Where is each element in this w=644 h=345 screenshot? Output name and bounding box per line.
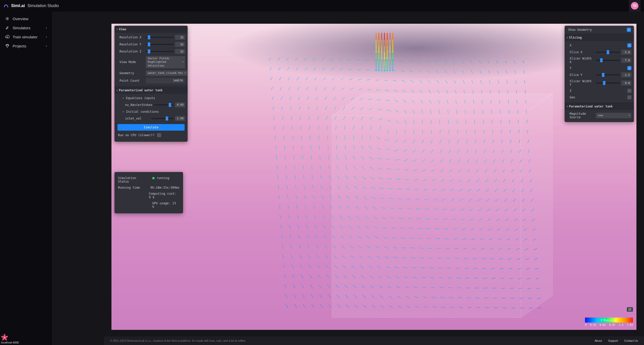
svg-line-183 — [341, 88, 344, 90]
svg-line-717 — [300, 265, 302, 268]
value-slice-x[interactable]: 5.0 — [621, 50, 631, 55]
svg-line-566 — [288, 215, 290, 219]
svg-line-176 — [280, 87, 282, 90]
section-view-header[interactable]: ▾ View — [114, 26, 188, 33]
slider-inlet[interactable] — [151, 118, 173, 119]
row-slice-x: Slice X 5.0 — [566, 49, 633, 56]
checkbox-show-geometry[interactable] — [627, 28, 631, 32]
value-res-z[interactable]: 32 — [175, 49, 185, 54]
footer-link-support[interactable]: Support — [608, 339, 618, 342]
grid-toggle-button[interactable] — [627, 307, 633, 312]
checkbox-z[interactable] — [627, 89, 631, 93]
slider-slice-x[interactable] — [596, 52, 620, 53]
brand-subtitle: Simulation Studio — [27, 4, 59, 8]
panel-view: ▾ View Resolution X 32 Resolution Y 32 — [114, 26, 188, 142]
slider-nu[interactable] — [154, 104, 173, 105]
row-mag-src: Magnitude Source uvw ▾ — [566, 111, 633, 120]
svg-line-596 — [289, 225, 290, 228]
svg-line-570 — [323, 215, 325, 219]
svg-line-173 — [515, 80, 516, 83]
svg-line-628 — [307, 235, 309, 238]
nav-train[interactable]: Train simulator › — [0, 32, 52, 41]
subhdr-eq[interactable]: ▾ Equations inputs — [115, 95, 187, 101]
subhdr-ic[interactable]: ▾ Initial conditions — [115, 108, 187, 115]
select-view-mode[interactable]: Vector Fields - Highlighted Velocities ▾ — [146, 56, 185, 68]
svg-line-776 — [293, 284, 295, 288]
value-width-x[interactable]: 7.0 — [621, 58, 631, 63]
slider-width-y[interactable] — [596, 82, 620, 83]
nav-overview[interactable]: Overview — [0, 14, 52, 23]
svg-line-259 — [483, 110, 483, 114]
value-width-y[interactable]: 9.8 — [621, 80, 631, 85]
triangle-down-icon: ▾ — [116, 28, 118, 31]
svg-line-206 — [281, 97, 282, 100]
svg-line-161 — [411, 80, 414, 82]
viewport-3d[interactable]: V Magnitude 0 0.32 0.65 0.97 1.3 1.63 — [111, 24, 636, 330]
svg-line-113 — [514, 61, 515, 64]
svg-line-478 — [304, 185, 305, 189]
svg-line-626 — [289, 235, 291, 239]
section-slicing-header[interactable]: ▾ Slicing — [565, 34, 634, 41]
nav-simulators[interactable]: Simulators › — [0, 23, 52, 32]
svg-line-778 — [310, 284, 313, 288]
value-inlet[interactable]: -1.50 — [175, 116, 185, 121]
nav-projects[interactable]: Projects › — [0, 41, 52, 50]
row-res-x: Resolution X 32 — [115, 34, 187, 41]
checkbox-geo[interactable] — [627, 95, 631, 99]
svg-point-866 — [630, 308, 630, 309]
svg-line-749 — [318, 275, 320, 278]
svg-line-134 — [436, 70, 438, 73]
triangle-down-icon: ▾ — [123, 97, 124, 99]
svg-line-194 — [437, 90, 440, 93]
devserver-badge[interactable]: localhost:4000 — [1, 334, 19, 344]
svg-line-119 — [305, 68, 307, 70]
simulate-button[interactable]: Simulate — [118, 124, 185, 131]
slider-res-z[interactable] — [146, 51, 173, 52]
svg-line-479 — [312, 185, 314, 189]
svg-line-860 — [503, 308, 507, 308]
svg-point-865 — [629, 308, 629, 309]
slider-width-x[interactable] — [596, 60, 620, 61]
section-param-header[interactable]: ▾ Parameterized water tank — [114, 87, 188, 94]
row-point-count: Point Count 148576 — [115, 77, 187, 84]
svg-line-132 — [419, 70, 422, 72]
svg-line-328 — [301, 136, 302, 140]
svg-line-360 — [319, 145, 320, 149]
svg-line-390 — [320, 155, 320, 159]
select-mag-src[interactable]: uvw ▾ — [596, 113, 631, 118]
svg-line-139 — [480, 70, 481, 73]
svg-line-160 — [402, 80, 405, 82]
value-res-x[interactable]: 32 — [175, 35, 185, 40]
checkbox-run-cpu[interactable] — [157, 133, 161, 137]
slider-res-y[interactable] — [146, 44, 173, 45]
checkbox-x[interactable] — [627, 43, 631, 47]
checkbox-y[interactable] — [627, 66, 631, 70]
select-geometry[interactable]: water_tank_closed.fbx ▾ — [146, 70, 187, 76]
svg-line-191 — [411, 90, 414, 93]
svg-line-170 — [489, 80, 490, 83]
value-nu[interactable]: 0.03 — [175, 102, 185, 107]
svg-line-331 — [328, 135, 328, 139]
svg-line-598 — [306, 225, 308, 228]
slider-res-x[interactable] — [146, 37, 173, 38]
svg-line-117 — [287, 68, 289, 70]
svg-line-271 — [326, 116, 328, 120]
svg-line-162 — [419, 80, 422, 83]
svg-line-180 — [315, 87, 317, 90]
svg-line-143 — [515, 70, 516, 73]
user-avatar[interactable]: TE — [631, 2, 638, 10]
footer-link-contact[interactable]: Contact Us — [624, 339, 638, 342]
slider-slice-y[interactable] — [596, 74, 620, 75]
svg-line-197 — [464, 90, 465, 94]
panel-slicing: Show Geometry ▾ Slicing X Slice X 5.0 — [565, 26, 634, 122]
svg-line-446 — [286, 175, 287, 179]
value-res-y[interactable]: 32 — [175, 42, 185, 47]
footer-link-about[interactable]: About — [595, 339, 602, 342]
svg-line-193 — [429, 90, 431, 93]
svg-marker-8 — [375, 58, 377, 59]
overview-icon — [5, 16, 10, 21]
value-slice-y[interactable]: 2.5 — [621, 72, 631, 77]
svg-line-507 — [296, 195, 297, 199]
svg-line-539 — [313, 205, 315, 209]
section-right-param-header[interactable]: ▾ Parameterized water tank — [565, 103, 634, 110]
